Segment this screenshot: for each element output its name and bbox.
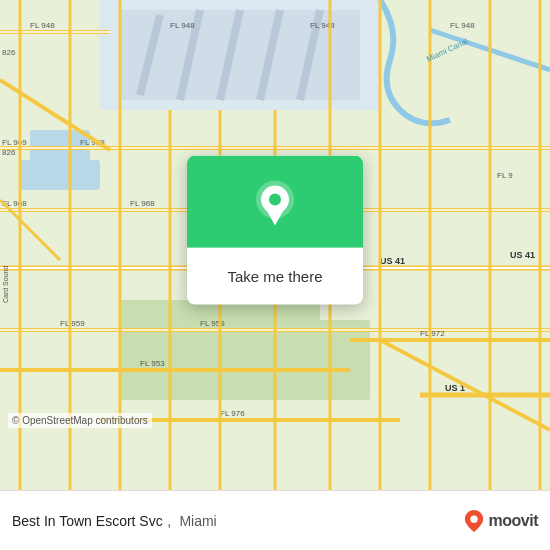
svg-text:FL 969: FL 969 (2, 138, 27, 147)
location-pin-icon (253, 178, 297, 230)
business-info: Best In Town Escort Svc , Miami (12, 512, 217, 530)
svg-rect-12 (20, 160, 100, 190)
svg-text:FL 948: FL 948 (30, 21, 55, 30)
svg-point-67 (470, 515, 477, 522)
svg-point-65 (269, 194, 281, 206)
svg-text:FL 972: FL 972 (420, 329, 445, 338)
moovit-text: moovit (489, 512, 538, 530)
svg-text:FL 959: FL 959 (60, 319, 85, 328)
business-city: , (167, 513, 175, 529)
take-me-there-button[interactable]: Take me there (197, 258, 353, 295)
svg-text:US 41: US 41 (510, 250, 535, 260)
moovit-logo: moovit (463, 510, 538, 532)
map-container: FL 948 FL 948 FL 948 FL 948 826 826 FL 9… (0, 0, 550, 490)
info-bar: Best In Town Escort Svc , Miami moovit (0, 490, 550, 550)
svg-text:826: 826 (2, 48, 16, 57)
svg-text:FL 968: FL 968 (130, 199, 155, 208)
popup-header (187, 156, 363, 248)
svg-text:FL 976: FL 976 (220, 409, 245, 418)
moovit-pin-icon (463, 510, 485, 532)
svg-text:FL 948: FL 948 (450, 21, 475, 30)
svg-text:FL 948: FL 948 (170, 21, 195, 30)
svg-text:FL 953: FL 953 (140, 359, 165, 368)
business-city-name: Miami (179, 513, 216, 529)
svg-text:FL 9: FL 9 (497, 171, 513, 180)
svg-text:Card Sound: Card Sound (2, 266, 9, 303)
copyright-text: © OpenStreetMap contributors (8, 413, 152, 428)
popup-card: Take me there (187, 156, 363, 305)
business-name: Best In Town Escort Svc (12, 513, 163, 529)
svg-text:US 41: US 41 (380, 256, 405, 266)
